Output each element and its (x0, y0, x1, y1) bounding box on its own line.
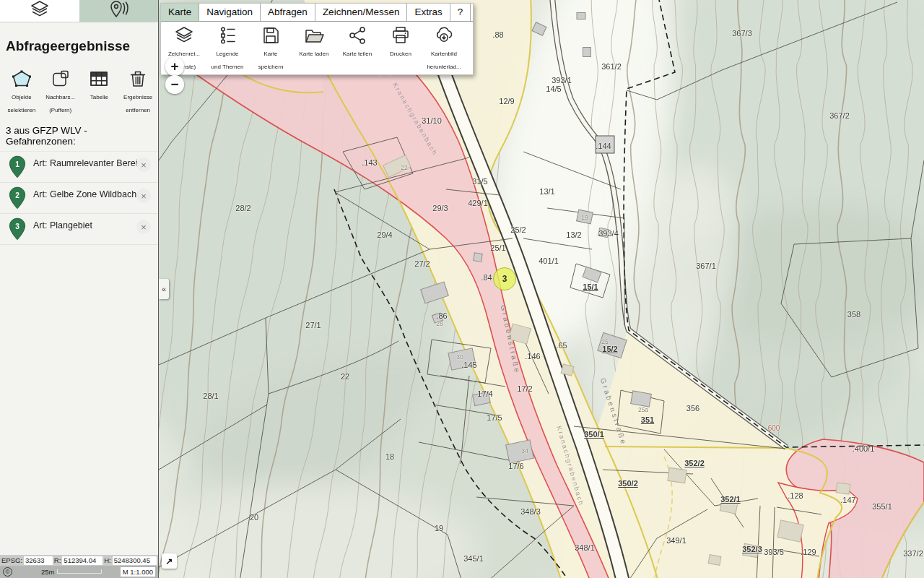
folder-tool-button[interactable]: Karte laden (292, 25, 336, 72)
r-coordinate-value[interactable]: 512394.04 (62, 556, 103, 565)
coordinate-bar: EPSG: 32633 R: 512394.04 H: 5248300.45 (0, 555, 158, 566)
download-tool-button[interactable]: Kartenbild herunterlad... (422, 25, 466, 72)
parcel-label: 352/3 (742, 545, 762, 553)
parcel-label: 22 (341, 372, 349, 381)
result-close-button[interactable]: × (136, 189, 151, 203)
trash-button[interactable]: Ergebnisse entfernen (119, 69, 157, 115)
menu-tab-navigation[interactable]: Navigation (199, 4, 261, 21)
sidebar-collapse-button[interactable]: « (159, 279, 169, 299)
parcel-label: 356 (687, 404, 699, 413)
result-item-3[interactable]: 3Art: Plangebiet× (0, 214, 158, 245)
expand-button[interactable]: ↗ (162, 553, 177, 569)
panel-title: Abfrageergebnisse (0, 32, 158, 57)
parcel-label: 15/1 (583, 282, 598, 291)
result-label: Art: Raumrelevanter Bereich (33, 158, 147, 168)
h-coordinate-value[interactable]: 5248300.45 (113, 556, 157, 565)
map-menu-panel: KarteNavigationAbfragenZeichnen/MessenEx… (160, 3, 474, 75)
parcel-label: 17/6 (508, 462, 523, 470)
save-tool-button[interactable]: Karte speichern (249, 25, 292, 72)
zoom-in-button[interactable]: + (165, 57, 184, 76)
parcel-label: 13/2 (566, 230, 581, 239)
result-close-button[interactable]: × (136, 220, 151, 234)
result-item-2[interactable]: 2Art: Gelbe Zone Wildbach× (0, 183, 158, 214)
result-close-button[interactable]: × (136, 158, 151, 172)
parcel-label: 348/1 (575, 543, 595, 552)
parcel-label: .145 (461, 361, 476, 369)
parcel-label: 367/2 (829, 111, 850, 120)
zoom-in-glyph: + (170, 59, 178, 74)
parcel-label: 27/1 (305, 321, 321, 329)
layers-icon (162, 25, 206, 46)
parcel-label: 13/1 (539, 187, 554, 196)
tool-label: Drucken (390, 51, 411, 57)
parcel-label: 30 (456, 353, 463, 361)
buffer-button[interactable]: Nachbars... (Puffern) (42, 69, 79, 115)
table-icon (81, 69, 118, 89)
result-pin-icon: 3 (9, 217, 26, 243)
table-button[interactable]: Tabelle (81, 69, 118, 115)
sidebar: Abfrageergebnisse Objekte selektierenNac… (0, 0, 159, 578)
parcel-label: .129 (801, 548, 816, 556)
parcel-label: 367/1 (696, 262, 716, 270)
buffer-icon (42, 69, 79, 89)
result-marker-3[interactable]: 3 (493, 267, 516, 290)
scale-bar: © 25m M 1:1.000 (0, 566, 158, 578)
parcel-label: 17/2 (517, 384, 532, 393)
parcel-label: 29/4 (377, 230, 392, 239)
menu-tab-extras[interactable]: Extras (407, 4, 450, 21)
expand-icon: ↗ (165, 556, 173, 566)
layers-icon (29, 0, 51, 22)
share-tool-button[interactable]: Karte teilen (336, 25, 379, 72)
parcel-label: .144 (596, 142, 611, 150)
zoom-out-button[interactable]: − (165, 75, 184, 94)
scale-line (57, 568, 102, 574)
tool-label: Karte laden (300, 51, 329, 57)
menu-tab-abfragen[interactable]: Abfragen (261, 4, 315, 21)
sidebar-tab-results[interactable] (79, 0, 159, 22)
parcel-label: 348/3 (520, 507, 541, 516)
parcel-label: 34 (521, 447, 528, 454)
svg-text:2: 2 (15, 191, 19, 199)
menu-toolbar: Zeichenrei... (Dienste)Legende und Theme… (161, 22, 473, 74)
results-list: 1Art: Raumrelevanter Bereich×2Art: Gelbe… (0, 151, 158, 245)
select-polygon-icon (3, 69, 40, 89)
epsg-value[interactable]: 32633 (24, 556, 53, 565)
parcel-label: 12/9 (499, 97, 514, 105)
parcel-label: 14/5 (546, 85, 561, 93)
parcel-label: 27/2 (414, 259, 430, 268)
zoom-out-glyph: − (170, 77, 178, 92)
folder-icon (292, 25, 336, 46)
tool-label: Karte speichern (258, 51, 284, 70)
parcel-label: 367/3 (732, 29, 752, 38)
r-label: R: (54, 556, 61, 564)
contour-elevation-label: 600 (768, 424, 780, 432)
map-canvas[interactable] (159, 0, 924, 578)
parcel-label: 19 (435, 524, 443, 532)
menu-tab-bar: KarteNavigationAbfragenZeichnen/MessenEx… (161, 4, 473, 22)
menu-tab-karte[interactable]: Karte (161, 4, 199, 21)
parcel-label: 429/1 (468, 199, 488, 207)
result-label: Art: Gelbe Zone Wildbach (33, 189, 136, 199)
map-viewport[interactable]: .88367/3361/2393/114/5367/212/9.14228/33… (159, 0, 924, 578)
tool-label: Nachbars... (Puffern) (45, 94, 75, 113)
results-heading: 3 aus GFZP WLV - Gefahrenzonen: (0, 115, 158, 151)
sidebar-tab-layers[interactable] (0, 0, 79, 22)
parcel-label: 25a (638, 406, 648, 413)
scale-ratio-value[interactable]: M 1:1.000 (121, 567, 155, 577)
parcel-label: 17/5 (487, 413, 502, 422)
legend-tool-button[interactable]: Legende und Themen (206, 25, 249, 72)
print-tool-button[interactable]: Drucken (379, 25, 422, 72)
parcel-label: .65 (556, 341, 567, 350)
parcel-label: 345/1 (463, 554, 484, 563)
menu-tab-zeichnen-messen[interactable]: Zeichnen/Messen (315, 4, 408, 21)
parcel-label: 349/1 (666, 536, 687, 545)
parcel-label: .146 (525, 352, 540, 361)
parcel-label: 355/1 (872, 502, 892, 511)
result-marker-number: 3 (502, 274, 507, 284)
copyright-icon[interactable]: © (3, 567, 12, 577)
result-item-1[interactable]: 1Art: Raumrelevanter Bereich× (0, 151, 158, 183)
menu-tab-[interactable]: ? (450, 4, 471, 21)
select-polygon-button[interactable]: Objekte selektieren (3, 69, 40, 115)
parcel-label: 20 (250, 513, 258, 522)
parcel-label: 17/4 (477, 389, 492, 398)
